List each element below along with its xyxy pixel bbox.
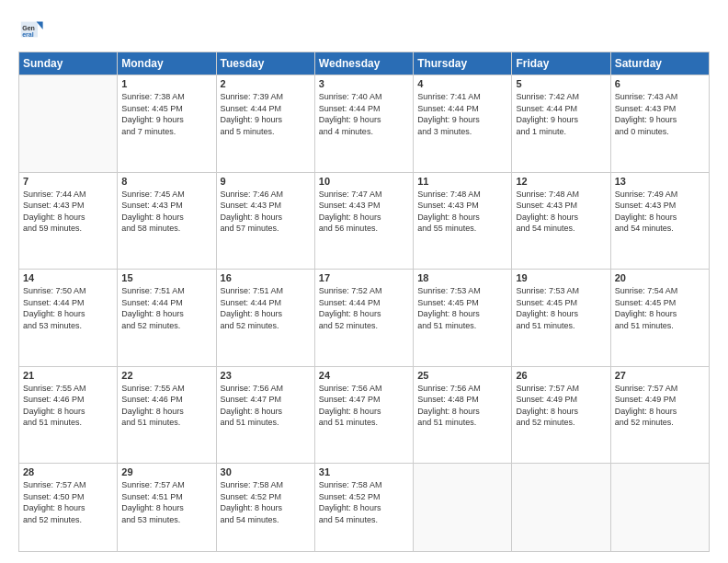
day-info-line: Sunset: 4:50 PM <box>23 492 85 501</box>
logo-icon: Gen eral <box>18 17 44 42</box>
day-info-line: and 54 minutes. <box>221 515 279 524</box>
day-info: Sunrise: 7:50 AMSunset: 4:44 PMDaylight:… <box>23 285 113 331</box>
calendar-cell <box>610 464 709 552</box>
day-number: 22 <box>121 370 211 381</box>
day-info-line: and 5 minutes. <box>221 127 275 136</box>
day-info-line: Daylight: 8 hours <box>23 213 85 222</box>
day-info-line: Daylight: 9 hours <box>516 115 578 124</box>
calendar-cell: 28Sunrise: 7:57 AMSunset: 4:50 PMDayligh… <box>19 464 118 552</box>
day-info-line: Sunset: 4:43 PM <box>417 201 479 210</box>
calendar-cell: 18Sunrise: 7:53 AMSunset: 4:45 PMDayligh… <box>414 270 512 367</box>
day-number: 29 <box>121 466 211 477</box>
day-info: Sunrise: 7:40 AMSunset: 4:44 PMDaylight:… <box>319 91 409 137</box>
day-info-line: and 51 minutes. <box>319 418 378 427</box>
day-info-line: Daylight: 8 hours <box>319 503 381 512</box>
day-info-line: and 51 minutes. <box>221 418 279 427</box>
day-info-line: Sunrise: 7:57 AM <box>23 480 86 489</box>
day-info-line: and 0 minutes. <box>615 127 669 136</box>
calendar-cell: 16Sunrise: 7:51 AMSunset: 4:44 PMDayligh… <box>216 270 314 367</box>
day-info-line: Sunrise: 7:52 AM <box>319 286 382 295</box>
day-info-line: Daylight: 8 hours <box>417 309 480 318</box>
day-info-line: Daylight: 8 hours <box>221 407 283 416</box>
day-info-line: Daylight: 9 hours <box>615 115 677 124</box>
day-info-line: Daylight: 8 hours <box>23 309 85 318</box>
day-info-line: Sunset: 4:47 PM <box>319 395 381 404</box>
day-info: Sunrise: 7:55 AMSunset: 4:46 PMDaylight:… <box>23 383 113 429</box>
day-info-line: Sunset: 4:49 PM <box>516 395 577 404</box>
day-info-line: and 3 minutes. <box>417 127 472 136</box>
day-number: 12 <box>516 176 606 187</box>
day-info: Sunrise: 7:53 AMSunset: 4:45 PMDaylight:… <box>417 285 507 331</box>
day-info-line: Daylight: 8 hours <box>417 213 480 222</box>
calendar-cell <box>19 75 118 173</box>
day-number: 5 <box>516 78 606 89</box>
day-info-line: Sunset: 4:44 PM <box>221 298 282 307</box>
day-info-line: Sunset: 4:44 PM <box>516 104 577 113</box>
day-info: Sunrise: 7:57 AMSunset: 4:49 PMDaylight:… <box>615 383 705 429</box>
weekday-header-sunday: Sunday <box>19 52 118 75</box>
day-number: 1 <box>121 78 211 89</box>
day-info-line: Sunrise: 7:49 AM <box>615 190 678 199</box>
day-info-line: Sunset: 4:43 PM <box>221 201 282 210</box>
day-info: Sunrise: 7:48 AMSunset: 4:43 PMDaylight:… <box>417 189 507 235</box>
day-info-line: Sunset: 4:52 PM <box>221 492 282 501</box>
day-info-line: Daylight: 8 hours <box>221 213 283 222</box>
day-info-line: Sunset: 4:45 PM <box>417 298 479 307</box>
weekday-header-row: SundayMondayTuesdayWednesdayThursdayFrid… <box>19 52 710 75</box>
day-info-line: Sunset: 4:44 PM <box>23 298 85 307</box>
day-info-line: Daylight: 8 hours <box>319 407 381 416</box>
day-info-line: and 51 minutes. <box>121 418 180 427</box>
day-number: 10 <box>319 176 409 187</box>
day-number: 9 <box>221 176 311 187</box>
day-info-line: Sunset: 4:44 PM <box>319 298 381 307</box>
day-info-line: Sunrise: 7:56 AM <box>417 384 481 393</box>
day-info-line: Sunrise: 7:53 AM <box>516 286 579 295</box>
day-info-line: Sunrise: 7:50 AM <box>23 286 86 295</box>
day-number: 24 <box>319 370 409 381</box>
day-number: 18 <box>417 272 507 283</box>
calendar-cell: 4Sunrise: 7:41 AMSunset: 4:44 PMDaylight… <box>414 75 512 173</box>
day-info-line: Sunset: 4:43 PM <box>615 201 677 210</box>
day-info: Sunrise: 7:53 AMSunset: 4:45 PMDaylight:… <box>516 285 606 331</box>
day-number: 28 <box>23 466 113 477</box>
day-info-line: Daylight: 8 hours <box>417 407 480 416</box>
day-info-line: and 7 minutes. <box>121 127 176 136</box>
day-info-line: Daylight: 8 hours <box>615 213 677 222</box>
day-info-line: Sunrise: 7:48 AM <box>417 190 481 199</box>
day-info-line: Daylight: 8 hours <box>121 309 184 318</box>
weekday-header-saturday: Saturday <box>610 52 709 75</box>
day-info: Sunrise: 7:47 AMSunset: 4:43 PMDaylight:… <box>319 189 409 235</box>
day-info-line: Sunrise: 7:57 AM <box>516 384 579 393</box>
day-info-line: Daylight: 8 hours <box>121 213 184 222</box>
calendar-cell: 30Sunrise: 7:58 AMSunset: 4:52 PMDayligh… <box>216 464 314 552</box>
week-row-5: 28Sunrise: 7:57 AMSunset: 4:50 PMDayligh… <box>19 464 710 552</box>
calendar-cell <box>414 464 512 552</box>
day-info-line: and 59 minutes. <box>23 224 82 233</box>
day-number: 20 <box>615 272 705 283</box>
calendar-cell: 11Sunrise: 7:48 AMSunset: 4:43 PMDayligh… <box>414 172 512 270</box>
day-info-line: and 4 minutes. <box>319 127 373 136</box>
day-info-line: and 54 minutes. <box>516 224 574 233</box>
day-info-line: Sunrise: 7:45 AM <box>121 190 185 199</box>
day-number: 7 <box>23 176 113 187</box>
day-info: Sunrise: 7:38 AMSunset: 4:45 PMDaylight:… <box>121 91 211 137</box>
week-row-4: 21Sunrise: 7:55 AMSunset: 4:46 PMDayligh… <box>19 366 710 464</box>
day-info-line: Sunrise: 7:51 AM <box>121 286 185 295</box>
day-info-line: Daylight: 8 hours <box>516 213 578 222</box>
day-info-line: Sunset: 4:48 PM <box>417 395 479 404</box>
day-info: Sunrise: 7:52 AMSunset: 4:44 PMDaylight:… <box>319 285 409 331</box>
day-number: 8 <box>121 176 211 187</box>
day-info-line: Sunset: 4:45 PM <box>121 104 183 113</box>
day-info-line: Daylight: 8 hours <box>23 503 85 512</box>
calendar-cell: 2Sunrise: 7:39 AMSunset: 4:44 PMDaylight… <box>216 75 314 173</box>
day-number: 15 <box>121 272 211 283</box>
day-info-line: and 55 minutes. <box>417 224 476 233</box>
day-info-line: Sunset: 4:44 PM <box>121 298 183 307</box>
day-info-line: and 54 minutes. <box>615 224 674 233</box>
day-info-line: Daylight: 8 hours <box>615 407 677 416</box>
day-info-line: and 53 minutes. <box>121 515 180 524</box>
day-info-line: Sunrise: 7:41 AM <box>417 92 481 101</box>
day-info-line: and 52 minutes. <box>615 418 674 427</box>
day-info-line: Sunrise: 7:58 AM <box>221 480 284 489</box>
day-info-line: Sunrise: 7:57 AM <box>121 480 185 489</box>
